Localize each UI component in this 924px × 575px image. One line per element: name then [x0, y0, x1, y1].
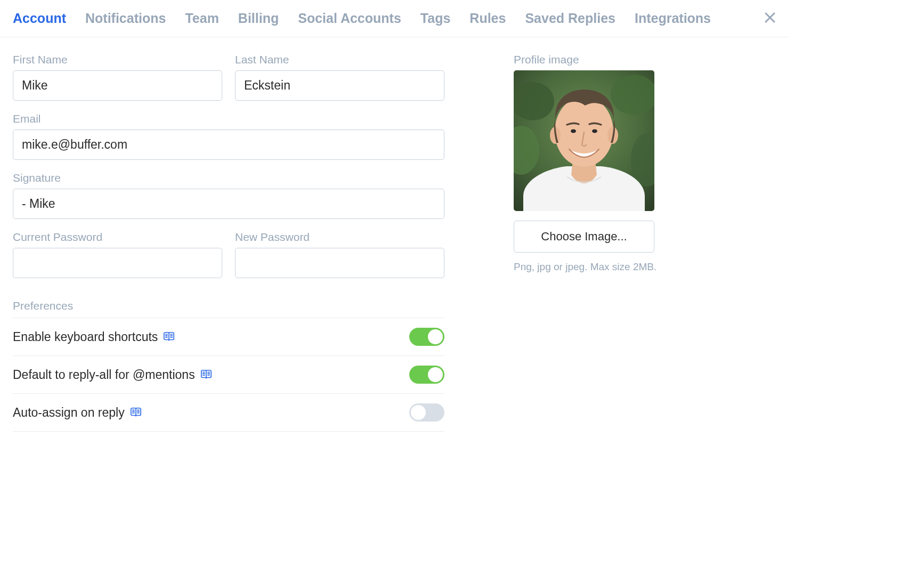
tab-integrations[interactable]: Integrations	[635, 11, 711, 26]
email-field-group: Email	[13, 112, 444, 160]
tab-team[interactable]: Team	[185, 11, 218, 26]
signature-field-group: Signature	[13, 172, 444, 219]
pref-keyboard-shortcuts-label: Enable keyboard shortcuts	[13, 330, 158, 344]
last-name-input[interactable]	[235, 70, 444, 101]
pref-reply-all-mentions-toggle[interactable]	[409, 366, 444, 384]
tab-billing[interactable]: Billing	[238, 11, 279, 26]
new-password-input[interactable]	[235, 248, 444, 278]
pref-reply-all-mentions: Default to reply-all for @mentions	[13, 356, 444, 394]
profile-image-section: Profile image	[514, 53, 658, 432]
help-book-icon[interactable]	[200, 369, 212, 380]
email-input[interactable]	[13, 129, 444, 160]
last-name-label: Last Name	[235, 53, 444, 66]
first-name-input[interactable]	[13, 70, 222, 101]
current-password-input[interactable]	[13, 248, 222, 278]
current-password-label: Current Password	[13, 231, 222, 244]
tab-tags[interactable]: Tags	[420, 11, 451, 26]
profile-image	[514, 70, 654, 211]
pref-reply-all-mentions-label: Default to reply-all for @mentions	[13, 368, 195, 382]
first-name-field-group: First Name	[13, 53, 222, 101]
pref-keyboard-shortcuts-toggle[interactable]	[409, 328, 444, 346]
pref-keyboard-shortcuts: Enable keyboard shortcuts	[13, 318, 444, 356]
first-name-label: First Name	[13, 53, 222, 66]
tab-account[interactable]: Account	[13, 11, 66, 26]
signature-label: Signature	[13, 172, 444, 184]
tab-social-accounts[interactable]: Social Accounts	[298, 11, 401, 26]
pref-auto-assign: Auto-assign on reply	[13, 394, 444, 432]
svg-point-28	[571, 129, 576, 133]
pref-auto-assign-label: Auto-assign on reply	[13, 406, 125, 420]
tab-rules[interactable]: Rules	[469, 11, 506, 26]
current-password-field-group: Current Password	[13, 231, 222, 278]
tab-saved-replies[interactable]: Saved Replies	[525, 11, 615, 26]
profile-image-label: Profile image	[514, 53, 658, 66]
signature-input[interactable]	[13, 189, 444, 219]
email-label: Email	[13, 112, 444, 125]
account-form: First Name Last Name Email Signature	[13, 53, 444, 432]
preferences-heading: Preferences	[13, 299, 444, 318]
tab-notifications[interactable]: Notifications	[85, 11, 166, 26]
new-password-field-group: New Password	[235, 231, 444, 278]
profile-image-hint: Png, jpg or jpeg. Max size 2MB.	[514, 261, 658, 273]
close-icon[interactable]	[764, 12, 776, 26]
settings-tab-bar: Account Notifications Team Billing Socia…	[0, 0, 789, 37]
help-book-icon[interactable]	[163, 331, 175, 342]
last-name-field-group: Last Name	[235, 53, 444, 101]
help-book-icon[interactable]	[130, 407, 142, 418]
pref-auto-assign-toggle[interactable]	[409, 403, 444, 422]
choose-image-button[interactable]: Choose Image...	[514, 221, 654, 253]
svg-point-29	[592, 129, 597, 133]
new-password-label: New Password	[235, 231, 444, 244]
